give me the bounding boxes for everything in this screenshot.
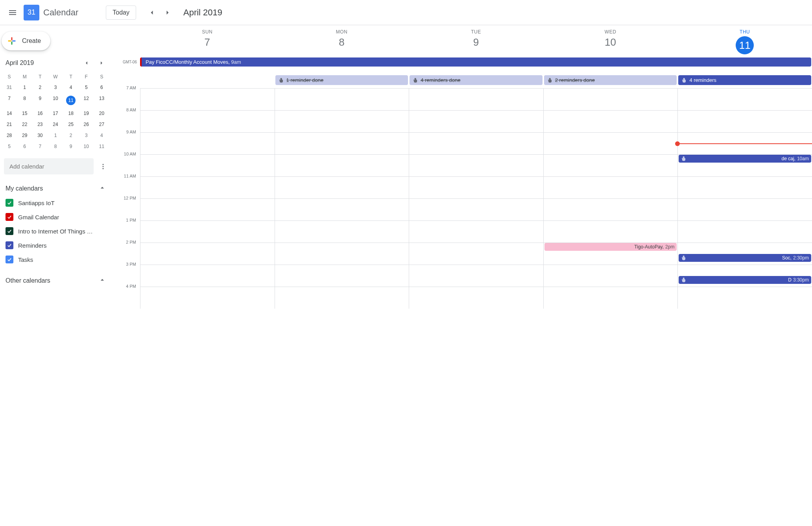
calendar-event[interactable]: D 3:30pm: [679, 276, 811, 284]
time-slot[interactable]: [409, 155, 543, 176]
reminder-chip[interactable]: 2 reminders done: [544, 75, 677, 85]
calendar-item[interactable]: Santiapps IoT: [2, 196, 109, 210]
mini-day-cell[interactable]: 2: [32, 82, 48, 93]
mini-day-cell[interactable]: 12: [79, 93, 94, 108]
mini-day-cell[interactable]: 9: [32, 93, 48, 108]
mini-day-cell[interactable]: 24: [48, 119, 63, 130]
time-slot[interactable]: [409, 287, 543, 309]
mini-day-cell[interactable]: 8: [48, 141, 63, 152]
time-slot[interactable]: [543, 111, 678, 132]
mini-day-cell[interactable]: 11: [94, 141, 109, 152]
time-slot[interactable]: [275, 111, 409, 132]
mini-day-cell[interactable]: 14: [2, 108, 17, 119]
my-calendars-toggle[interactable]: My calendars: [2, 182, 109, 196]
time-slot[interactable]: [543, 89, 678, 110]
time-slot[interactable]: [543, 155, 678, 176]
mini-day-cell[interactable]: 23: [32, 119, 48, 130]
time-slot[interactable]: [543, 221, 678, 243]
calendar-checkbox[interactable]: [6, 227, 13, 235]
mini-day-cell[interactable]: 5: [2, 141, 17, 152]
calendar-options-button[interactable]: [97, 160, 109, 173]
mini-day-cell[interactable]: 10: [48, 93, 63, 108]
mini-prev-button[interactable]: [81, 57, 92, 69]
reminder-chip[interactable]: 1 reminder done: [275, 75, 408, 85]
mini-day-cell[interactable]: 28: [2, 130, 17, 141]
mini-day-cell[interactable]: 30: [32, 130, 48, 141]
time-slot[interactable]: D 3:30pm: [677, 265, 812, 287]
allday-event[interactable]: Pay FicoCC/Monthly Account Moves, 9am: [140, 57, 811, 67]
time-slot[interactable]: [140, 155, 275, 176]
mini-day-cell[interactable]: 22: [17, 119, 32, 130]
time-slot[interactable]: [140, 199, 275, 220]
time-slot[interactable]: [140, 287, 275, 309]
calendar-checkbox[interactable]: [6, 199, 13, 207]
calendar-event[interactable]: Soc, 2:30pm: [679, 254, 811, 262]
mini-day-cell[interactable]: 26: [79, 119, 94, 130]
mini-day-cell[interactable]: 8: [17, 93, 32, 108]
add-calendar-input[interactable]: [4, 158, 94, 174]
mini-day-cell[interactable]: 31: [2, 82, 17, 93]
create-button[interactable]: Create: [2, 31, 50, 50]
time-slot[interactable]: [409, 265, 543, 287]
time-slot[interactable]: [677, 89, 812, 110]
next-period-button[interactable]: [160, 5, 175, 20]
mini-day-cell[interactable]: 16: [32, 108, 48, 119]
mini-day-cell[interactable]: 6: [94, 82, 109, 93]
time-slot[interactable]: [543, 177, 678, 198]
time-slot[interactable]: [275, 89, 409, 110]
time-slot[interactable]: Tigo-AutoPay, 2pm: [543, 243, 678, 265]
mini-day-cell[interactable]: 10: [79, 141, 94, 152]
time-slot[interactable]: [140, 89, 275, 110]
time-slot[interactable]: [140, 133, 275, 154]
time-slot[interactable]: [409, 111, 543, 132]
calendar-item[interactable]: Reminders: [2, 238, 109, 252]
mini-day-cell[interactable]: 25: [63, 119, 79, 130]
time-slot[interactable]: [409, 221, 543, 243]
mini-day-cell[interactable]: 3: [48, 82, 63, 93]
time-slot[interactable]: [275, 155, 409, 176]
calendar-checkbox[interactable]: [6, 213, 13, 221]
mini-day-cell[interactable]: 4: [94, 130, 109, 141]
time-slot[interactable]: [677, 199, 812, 220]
time-slot[interactable]: de caj, 10am: [677, 155, 812, 176]
mini-next-button[interactable]: [96, 57, 107, 69]
day-header[interactable]: WED10: [543, 29, 678, 54]
time-slot[interactable]: [140, 265, 275, 287]
time-slot[interactable]: [275, 199, 409, 220]
mini-day-cell[interactable]: 18: [63, 108, 79, 119]
mini-day-cell[interactable]: 17: [48, 108, 63, 119]
calendar-item[interactable]: Intro to Internet Of Things …: [2, 224, 109, 238]
reminder-chip[interactable]: 4 reminders: [678, 75, 811, 85]
day-header[interactable]: TUE9: [409, 29, 543, 54]
app-logo[interactable]: 31 Calendar: [24, 5, 78, 20]
mini-day-cell[interactable]: 15: [17, 108, 32, 119]
time-slot[interactable]: [409, 243, 543, 265]
mini-day-cell[interactable]: 20: [94, 108, 109, 119]
time-slot[interactable]: [543, 199, 678, 220]
time-slot[interactable]: [543, 287, 678, 309]
mini-day-cell[interactable]: 6: [17, 141, 32, 152]
day-header[interactable]: MON8: [275, 29, 409, 54]
calendar-event[interactable]: de caj, 10am: [679, 155, 811, 163]
mini-day-cell[interactable]: 5: [79, 82, 94, 93]
mini-day-cell[interactable]: 1: [48, 130, 63, 141]
calendar-checkbox[interactable]: [6, 256, 13, 263]
time-slot[interactable]: [543, 265, 678, 287]
other-calendars-toggle[interactable]: Other calendars: [2, 274, 109, 288]
time-slot[interactable]: [275, 133, 409, 154]
time-slot[interactable]: [677, 221, 812, 243]
mini-day-cell[interactable]: 2: [63, 130, 79, 141]
mini-day-cell[interactable]: 1: [17, 82, 32, 93]
mini-day-cell[interactable]: 9: [63, 141, 79, 152]
mini-day-cell[interactable]: 4: [63, 82, 79, 93]
time-slot[interactable]: [409, 177, 543, 198]
mini-day-cell[interactable]: 13: [94, 93, 109, 108]
time-slot[interactable]: [409, 89, 543, 110]
time-slot[interactable]: [275, 243, 409, 265]
time-slot[interactable]: [140, 111, 275, 132]
hamburger-menu-button[interactable]: [3, 3, 22, 22]
time-slot[interactable]: [275, 221, 409, 243]
time-slot[interactable]: [275, 287, 409, 309]
time-slot[interactable]: [275, 177, 409, 198]
reminder-chip[interactable]: 4 reminders done: [410, 75, 543, 85]
